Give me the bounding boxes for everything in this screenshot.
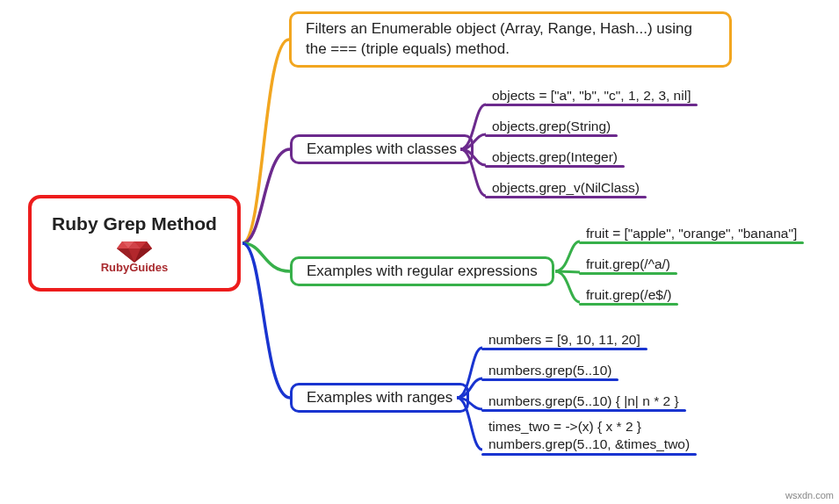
leaf-regex-1: fruit.grep(/^a/) [586,256,670,272]
leaf-ranges-1: numbers.grep(5..10) [488,363,611,378]
leaf-ranges-2: numbers.grep(5..10) { |n| n * 2 } [488,393,679,409]
branch-classes: Examples with classes [290,134,474,164]
ruby-gem-icon [117,238,152,263]
branch-regex: Examples with regular expressions [290,256,554,286]
leaf-classes-3: objects.grep_v(NilClass) [492,180,640,196]
root-node: Ruby Grep Method RubyGuides [28,195,241,292]
leaf-ranges-3: times_two = ->(x) { x * 2 } numbers.grep… [488,418,690,453]
branch-classes-label: Examples with classes [307,140,457,158]
brand-label: RubyGuides [101,261,169,274]
branch-description: Filters an Enumerable object (Array, Ran… [289,11,732,68]
branch-ranges-label: Examples with ranges [307,389,452,407]
description-text: Filters an Enumerable object (Array, Ran… [306,19,715,60]
leaf-regex-0: fruit = ["apple", "orange", "banana"] [586,226,797,241]
leaf-ranges-0: numbers = [9, 10, 11, 20] [488,332,640,348]
leaf-regex-2: fruit.grep(/e$/) [586,287,671,303]
branch-regex-label: Examples with regular expressions [307,263,538,280]
watermark: wsxdn.com [785,490,834,500]
branch-ranges: Examples with ranges [290,383,469,413]
leaf-classes-0: objects = ["a", "b", "c", 1, 2, 3, nil] [492,88,691,104]
root-title: Ruby Grep Method [52,213,217,234]
leaf-classes-2: objects.grep(Integer) [492,149,618,165]
leaf-classes-1: objects.grep(String) [492,119,611,134]
